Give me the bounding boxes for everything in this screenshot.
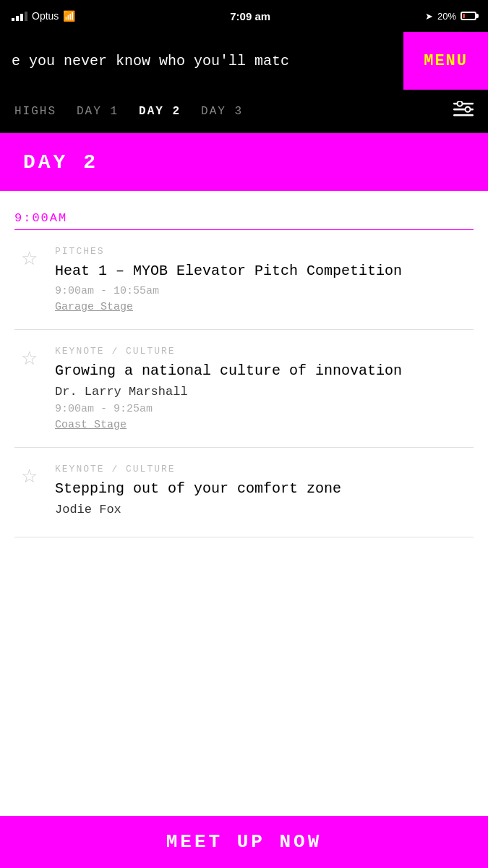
- time-section: 9:00AM ☆ PITCHES Heat 1 – MYOB Elevator …: [14, 191, 474, 537]
- wifi-icon: 📶: [63, 10, 75, 22]
- star-button-event2[interactable]: ☆: [14, 346, 43, 367]
- svg-rect-0: [453, 103, 474, 105]
- event-speaker: Dr. Larry Marshall: [55, 385, 474, 399]
- event-title[interactable]: Heat 1 – MYOB Elevator Pitch Competition: [55, 261, 474, 281]
- star-icon: ☆: [21, 467, 38, 485]
- list-item: ☆ KEYNOTE / CULTURE Growing a national c…: [14, 330, 474, 448]
- svg-point-4: [466, 106, 471, 111]
- tab-day2[interactable]: DAY 2: [139, 98, 181, 125]
- svg-rect-2: [453, 114, 474, 116]
- day-header: DAY 2: [0, 133, 488, 191]
- star-icon: ☆: [21, 249, 38, 268]
- event-category: KEYNOTE / CULTURE: [55, 346, 474, 357]
- event-stage[interactable]: Garage Stage: [55, 301, 133, 313]
- status-right: ➤ 20%: [425, 11, 476, 22]
- event-content: KEYNOTE / CULTURE Stepping out of your c…: [55, 464, 474, 521]
- meet-up-button[interactable]: MEET UP NOW: [0, 816, 488, 868]
- battery-indicator: [461, 12, 476, 20]
- status-left: Optus 📶: [12, 10, 75, 22]
- battery-percent: 20%: [437, 11, 456, 22]
- star-button-event1[interactable]: ☆: [14, 246, 43, 268]
- list-item: ☆ PITCHES Heat 1 – MYOB Elevator Pitch C…: [14, 230, 474, 330]
- location-icon: ➤: [425, 11, 433, 22]
- event-speaker: Jodie Fox: [55, 503, 474, 516]
- tab-day1[interactable]: DAY 1: [77, 98, 119, 125]
- signal-bars: [12, 12, 27, 21]
- status-bar: Optus 📶 7:09 am ➤ 20%: [0, 0, 488, 32]
- day-header-title: DAY 2: [23, 151, 98, 174]
- star-button-event3[interactable]: ☆: [14, 464, 43, 485]
- event-content: PITCHES Heat 1 – MYOB Elevator Pitch Com…: [55, 246, 474, 313]
- event-title[interactable]: Growing a national culture of innovation: [55, 361, 474, 380]
- menu-button[interactable]: MENU: [403, 32, 488, 90]
- schedule: 9:00AM ☆ PITCHES Heat 1 – MYOB Elevator …: [0, 191, 488, 595]
- event-time: 9:00am - 10:55am: [55, 285, 474, 297]
- event-title[interactable]: Stepping out of your comfort zone: [55, 479, 474, 498]
- top-banner: e you never know who you'll matc MENU: [0, 32, 488, 90]
- list-item: ☆ KEYNOTE / CULTURE Stepping out of your…: [14, 448, 474, 537]
- star-icon: ☆: [21, 349, 38, 367]
- carrier-label: Optus: [32, 10, 59, 22]
- tab-day3[interactable]: DAY 3: [201, 98, 243, 125]
- banner-text: e you never know who you'll matc: [0, 32, 403, 90]
- nav-tabs: HIGHS DAY 1 DAY 2 DAY 3: [0, 90, 488, 133]
- event-content: KEYNOTE / CULTURE Growing a national cul…: [55, 346, 474, 431]
- tab-highs[interactable]: HIGHS: [14, 98, 56, 125]
- event-category: KEYNOTE / CULTURE: [55, 464, 474, 475]
- event-category: PITCHES: [55, 246, 474, 257]
- event-time: 9:00am - 9:25am: [55, 403, 474, 415]
- time-label: 9:00AM: [14, 211, 474, 225]
- filter-icon[interactable]: [453, 101, 474, 122]
- svg-point-3: [458, 101, 463, 106]
- time-display: 7:09 am: [230, 10, 270, 22]
- event-stage[interactable]: Coast Stage: [55, 419, 127, 431]
